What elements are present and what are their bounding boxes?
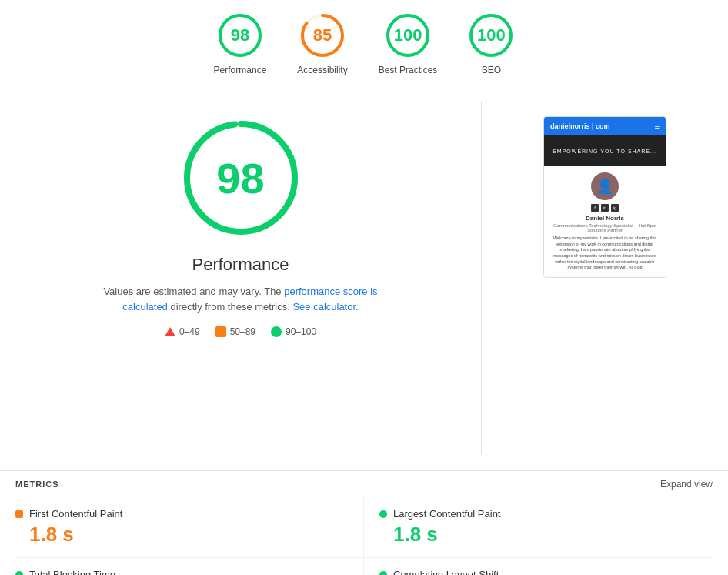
instagram-icon: ig: [611, 204, 619, 212]
legend-range-orange: 50–89: [230, 326, 255, 337]
expand-view-button[interactable]: Expand view: [660, 479, 713, 490]
metric-header-lcp: Largest Contentful Paint: [379, 508, 705, 520]
metric-item-cls: Cumulative Layout Shift 0: [364, 558, 713, 575]
legend-item-green: 90–100: [271, 326, 316, 337]
main-content: 98 Performance Values are estimated and …: [0, 85, 728, 470]
desc-text-mid: directly from these metrics.: [168, 301, 293, 313]
big-score-circle: 98: [179, 116, 302, 239]
performance-description: Values are estimated and may vary. The p…: [95, 284, 387, 314]
right-panel: danielnorris | com ≡ EMPOWERING YOU TO S…: [482, 101, 728, 455]
metric-indicator-cls: [379, 571, 387, 576]
scores-bar: 98 Performance 85 Accessibility 100 Best…: [0, 0, 728, 85]
score-label-accessibility: Accessibility: [297, 65, 347, 75]
big-score-value: 98: [216, 153, 264, 203]
linkedin-icon: in: [601, 204, 609, 212]
metric-header-tbt: Total Blocking Time: [15, 569, 348, 575]
screenshot-header: danielnorris | com ≡: [544, 117, 666, 135]
metric-name-lcp: Largest Contentful Paint: [393, 508, 500, 520]
metric-item-fcp: First Contentful Paint 1.8 s: [15, 497, 364, 558]
square-icon: [215, 326, 226, 337]
score-label-performance: Performance: [214, 65, 267, 75]
avatar-image: 👤: [596, 178, 613, 195]
left-panel: 98 Performance Values are estimated and …: [0, 101, 482, 455]
score-value-best-practices: 100: [394, 25, 422, 45]
score-circle-accessibility: 85: [299, 12, 346, 59]
metric-item-lcp: Largest Contentful Paint 1.8 s: [364, 497, 713, 558]
screenshot-body: 👤 f in ig Daniel Norris Communications T…: [544, 166, 666, 277]
triangle-icon: [165, 327, 175, 336]
metric-name-fcp: First Contentful Paint: [29, 508, 122, 520]
score-label-best-practices: Best Practices: [379, 65, 438, 75]
calculator-link[interactable]: See calculator.: [292, 301, 358, 313]
metric-value-lcp: 1.8 s: [379, 523, 705, 547]
metrics-header: METRICS Expand view: [15, 471, 713, 497]
metric-item-tbt: Total Blocking Time 50 ms: [15, 558, 364, 575]
social-icons: f in ig: [591, 204, 619, 212]
avatar: 👤: [591, 172, 619, 200]
metric-value-fcp: 1.8 s: [15, 523, 348, 547]
metric-name-cls: Cumulative Layout Shift: [393, 569, 499, 575]
score-circle-seo: 100: [468, 12, 514, 59]
desc-text-prefix: Values are estimated and may vary. The: [103, 286, 284, 297]
score-item-best-practices[interactable]: 100 Best Practices: [379, 12, 438, 75]
metrics-section: METRICS Expand view First Contentful Pai…: [0, 470, 728, 575]
score-value-performance: 98: [231, 25, 249, 45]
circle-icon: [271, 326, 282, 337]
metric-indicator-tbt: [15, 571, 23, 576]
metric-indicator-lcp: [379, 510, 387, 518]
legend-range-green: 90–100: [286, 326, 316, 337]
menu-icon: ≡: [655, 122, 660, 131]
facebook-icon: f: [591, 204, 599, 212]
score-value-accessibility: 85: [313, 25, 332, 45]
screenshot-body-text: Welcome to my website. I am excited to b…: [550, 236, 660, 271]
screenshot-person-name: Daniel Norris: [586, 215, 624, 222]
metric-header-cls: Cumulative Layout Shift: [379, 569, 705, 575]
score-circle-best-practices: 100: [385, 12, 431, 59]
metric-name-tbt: Total Blocking Time: [29, 569, 115, 575]
screenshot-site-name: danielnorris | com: [550, 122, 610, 130]
metrics-grid: First Contentful Paint 1.8 s Largest Con…: [15, 497, 713, 575]
performance-title: Performance: [192, 255, 289, 275]
score-label-seo: SEO: [482, 65, 501, 75]
screenshot-preview: danielnorris | com ≡ EMPOWERING YOU TO S…: [543, 116, 666, 278]
metric-header-fcp: First Contentful Paint: [15, 508, 348, 520]
screenshot-banner-text: EMPOWERING YOU TO SHARE...: [553, 149, 657, 154]
score-item-accessibility[interactable]: 85 Accessibility: [297, 12, 347, 75]
screenshot-banner: EMPOWERING YOU TO SHARE...: [544, 135, 666, 166]
legend-item-orange: 50–89: [215, 326, 255, 337]
legend-range-red: 0–49: [179, 326, 200, 337]
score-value-seo: 100: [477, 25, 506, 45]
screenshot-person-subtitle: Communications Technology Specialist – H…: [550, 223, 660, 232]
score-circle-performance: 98: [217, 12, 263, 59]
score-item-performance[interactable]: 98 Performance: [214, 12, 267, 75]
score-legend: 0–49 50–89 90–100: [165, 326, 316, 337]
score-item-seo[interactable]: 100 SEO: [468, 12, 514, 75]
metric-indicator-fcp: [15, 510, 23, 518]
legend-item-red: 0–49: [165, 326, 200, 337]
metrics-title: METRICS: [15, 480, 59, 489]
